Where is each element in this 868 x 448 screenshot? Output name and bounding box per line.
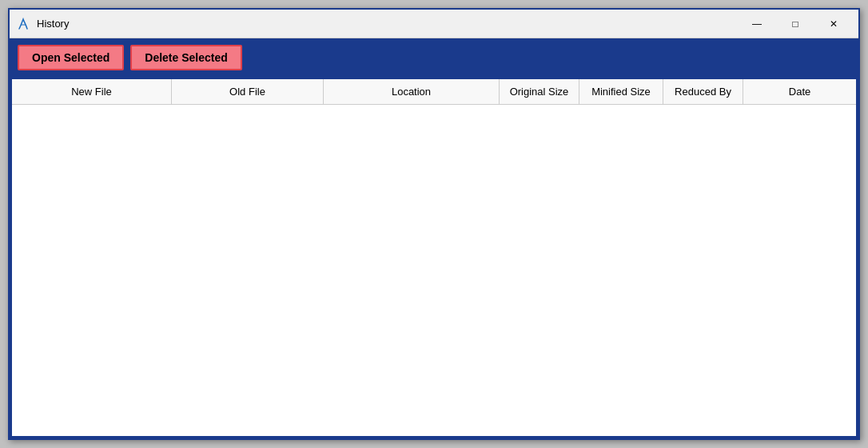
column-header-location: Location xyxy=(324,79,500,104)
column-header-new-file: New File xyxy=(12,79,172,104)
app-icon xyxy=(16,17,30,31)
toolbar: Open Selected Delete Selected xyxy=(10,38,858,77)
close-button[interactable]: ✕ xyxy=(815,12,852,36)
column-header-minified-size: Minified Size xyxy=(579,79,663,104)
open-selected-button[interactable]: Open Selected xyxy=(18,45,124,70)
column-header-date: Date xyxy=(743,79,856,104)
main-window: History — □ ✕ Open Selected Delete Selec… xyxy=(8,8,860,440)
content-area: New File Old File Location Original Size… xyxy=(10,77,858,438)
column-header-old-file: Old File xyxy=(172,79,324,104)
window-controls: — □ ✕ xyxy=(739,12,852,36)
column-header-reduced-by: Reduced By xyxy=(663,79,743,104)
delete-selected-button[interactable]: Delete Selected xyxy=(130,45,242,70)
title-bar: History — □ ✕ xyxy=(10,10,858,38)
table-body xyxy=(12,105,856,436)
table-header: New File Old File Location Original Size… xyxy=(12,79,856,105)
window-title: History xyxy=(37,18,739,30)
minimize-button[interactable]: — xyxy=(739,12,775,36)
column-header-original-size: Original Size xyxy=(500,79,579,104)
maximize-button[interactable]: □ xyxy=(777,12,814,36)
